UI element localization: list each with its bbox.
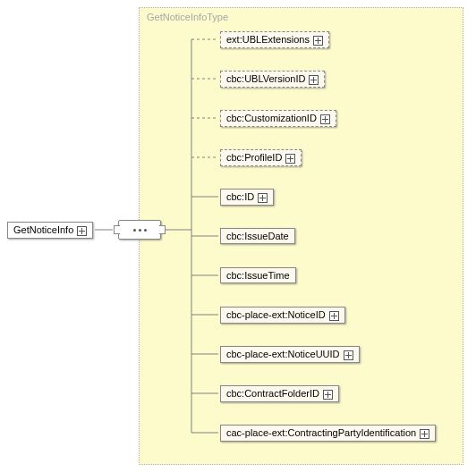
node-label: cbc:IssueDate bbox=[226, 231, 289, 241]
node-label: cbc:ProfileID bbox=[226, 152, 282, 163]
expand-icon[interactable] bbox=[320, 114, 330, 124]
node-label: cbc-place-ext:NoticeUUID bbox=[226, 349, 340, 359]
node-issuedate[interactable]: cbc:IssueDate bbox=[220, 228, 295, 244]
node-customizationid[interactable]: cbc:CustomizationID bbox=[220, 110, 336, 127]
node-contractfolderid[interactable]: cbc:ContractFolderID bbox=[220, 385, 339, 402]
expand-icon[interactable] bbox=[258, 193, 268, 203]
node-noticeuuid[interactable]: cbc-place-ext:NoticeUUID bbox=[220, 346, 360, 363]
expand-icon[interactable] bbox=[313, 36, 323, 46]
node-issuetime[interactable]: cbc:IssueTime bbox=[220, 267, 296, 283]
node-profileid[interactable]: cbc:ProfileID bbox=[220, 149, 302, 166]
node-ublextensions[interactable]: ext:UBLExtensions bbox=[220, 31, 329, 48]
root-node[interactable]: GetNoticeInfo bbox=[7, 222, 93, 239]
sequence-compositor[interactable] bbox=[118, 220, 161, 240]
node-label: cac-place-ext:ContractingPartyIdentifica… bbox=[226, 427, 416, 438]
node-label: ext:UBLExtensions bbox=[226, 34, 310, 45]
node-contractingpartyidentification[interactable]: cac-place-ext:ContractingPartyIdentifica… bbox=[220, 425, 436, 442]
node-label: cbc:ContractFolderID bbox=[226, 388, 319, 399]
expand-icon[interactable] bbox=[344, 350, 353, 360]
expand-icon[interactable] bbox=[285, 154, 295, 164]
node-label: cbc:ID bbox=[226, 191, 254, 202]
node-label: cbc-place-ext:NoticeID bbox=[226, 309, 326, 320]
expand-icon[interactable] bbox=[323, 390, 333, 400]
expand-icon[interactable] bbox=[309, 75, 319, 85]
expand-icon[interactable] bbox=[77, 226, 87, 236]
node-label: cbc:UBLVersionID bbox=[226, 73, 305, 84]
diagram-canvas: GetNoticeInfoType GetNoticeInfo ext:UBLE… bbox=[0, 0, 476, 472]
expand-icon[interactable] bbox=[420, 429, 429, 439]
node-id[interactable]: cbc:ID bbox=[220, 189, 274, 206]
expand-icon[interactable] bbox=[329, 311, 339, 321]
type-panel-label: GetNoticeInfoType bbox=[147, 12, 228, 22]
root-label: GetNoticeInfo bbox=[13, 224, 73, 235]
node-noticeid[interactable]: cbc-place-ext:NoticeID bbox=[220, 307, 345, 324]
node-ublversionid[interactable]: cbc:UBLVersionID bbox=[220, 71, 325, 88]
node-label: cbc:IssueTime bbox=[226, 270, 290, 281]
node-label: cbc:CustomizationID bbox=[226, 113, 317, 123]
